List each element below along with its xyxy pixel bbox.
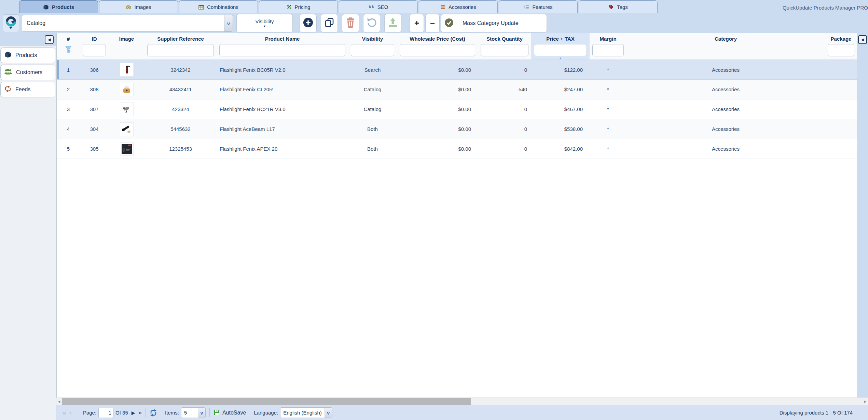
filter-supplier-reference-input[interactable]	[147, 44, 214, 56]
visibility-dropdown-button[interactable]: Visibility ▼	[236, 14, 293, 32]
cell-price-tax: $467.00	[531, 106, 590, 112]
filter-price-tax-input[interactable]	[534, 44, 587, 56]
column-header-image[interactable]: Image	[109, 33, 144, 59]
products-box-icon	[4, 51, 12, 59]
next-page-button[interactable]: ▶	[132, 410, 135, 416]
cell-wholesale-price: $0.00	[397, 67, 478, 73]
scroll-right-arrow[interactable]: ▶	[863, 398, 868, 405]
tab-tags[interactable]: Tags	[579, 0, 658, 13]
chevron-down-icon[interactable]: v	[198, 408, 205, 418]
category-combobox[interactable]: Catalog v	[22, 15, 233, 32]
column-header-wholesale-price[interactable]: Wholesale Price (Cost)	[397, 33, 478, 59]
filter-visibility-input[interactable]	[351, 44, 394, 56]
collapse-left-icon: ◀	[861, 38, 864, 42]
column-header-category[interactable]: Category	[626, 33, 825, 59]
product-thumbnail	[120, 122, 134, 136]
menu-lines-icon	[440, 5, 445, 9]
scrollbar-thumb[interactable]	[62, 398, 471, 405]
sidebar-item-customers[interactable]: Customers	[0, 65, 55, 80]
table-row[interactable]: 3 307 423324 Flashlight Fenix BC21R V3.0…	[57, 99, 857, 119]
tab-label: Images	[134, 4, 151, 10]
duplicate-product-button[interactable]	[321, 14, 338, 32]
mass-update-field[interactable]: Mass Category Update	[457, 20, 547, 26]
column-header-id[interactable]: ID	[80, 33, 109, 59]
cell-visibility: Both	[348, 126, 397, 132]
filter-id-input[interactable]	[83, 44, 106, 56]
cell-margin: *	[590, 126, 626, 132]
column-header-product-name[interactable]: Product Name	[217, 33, 348, 59]
filter-margin-input[interactable]	[592, 44, 624, 56]
columns-collapse-button[interactable]: ◀	[858, 35, 867, 44]
language-label: Language:	[254, 410, 278, 416]
tab-pricing[interactable]: Pricing	[259, 0, 338, 13]
table-row[interactable]: 2 308 43432411 Flashlight Fenix CL20R Ca…	[57, 80, 857, 99]
export-upload-button[interactable]	[384, 14, 401, 32]
cell-category: Accessories	[626, 106, 825, 112]
undo-button[interactable]	[363, 14, 380, 32]
refresh-icon	[150, 409, 157, 417]
column-header-supplier-reference[interactable]: Supplier Reference	[144, 33, 217, 59]
autosave-toggle[interactable]: AutoSave	[213, 409, 246, 416]
items-per-page-dropdown[interactable]: 5 v	[181, 407, 206, 418]
filter-funnel-icon[interactable]: x	[65, 46, 72, 55]
decrease-button[interactable]: −	[425, 14, 440, 32]
sidebar-item-feeds[interactable]: Feeds	[0, 82, 55, 97]
tab-products[interactable]: Products	[19, 0, 98, 13]
cell-product-name: Flashlight Fenix BC21R V3.0	[217, 106, 348, 112]
chevron-down-icon[interactable]: v	[224, 15, 233, 31]
cell-row-number: 5	[57, 146, 80, 152]
horizontal-scrollbar[interactable]: ◀ ▶	[56, 397, 868, 405]
tab-accessories[interactable]: Accessories	[419, 0, 498, 13]
cell-visibility: Search	[348, 67, 397, 73]
tab-seo[interactable]: SEO	[339, 0, 418, 13]
table-row[interactable]: 5 305 12325453 Flashlight Fenix APEX 20 …	[57, 139, 857, 159]
chevron-down-icon[interactable]: v	[325, 408, 332, 418]
delete-product-button[interactable]	[342, 14, 359, 32]
cell-margin: *	[590, 146, 626, 152]
last-page-button[interactable]: »	[139, 409, 142, 416]
products-box-icon	[43, 4, 49, 10]
sidebar-item-products[interactable]: Products	[0, 48, 55, 63]
filter-wholesale-price-input[interactable]	[400, 44, 475, 56]
tab-label: Tags	[617, 4, 628, 10]
tab-combinations[interactable]: Combinations	[179, 0, 258, 13]
column-header-margin[interactable]: Margin	[590, 33, 626, 59]
cell-wholesale-price: $0.00	[397, 146, 478, 152]
tab-strip: Products Images Combinations Pricing	[19, 0, 659, 13]
previous-page-button[interactable]: ‹	[70, 409, 72, 417]
increase-button[interactable]: +	[410, 14, 424, 32]
cell-row-number: 3	[57, 106, 80, 112]
filter-stock-quantity-input[interactable]	[481, 44, 528, 56]
column-header-package[interactable]: Package	[825, 33, 857, 59]
cell-product-name: Flashlight AceBeam L17	[217, 126, 348, 132]
apply-mass-update-button[interactable]	[441, 14, 457, 32]
right-panel-strip: ◀	[857, 33, 868, 397]
table-row[interactable]: 4 304 5445632 Flashlight AceBeam L17 Bot…	[57, 119, 857, 139]
language-dropdown[interactable]: English (English) v	[280, 407, 332, 418]
cell-category: Accessories	[626, 86, 825, 92]
cell-product-name: Flashlight Fenix APEX 20	[217, 146, 348, 152]
upload-icon	[388, 17, 398, 29]
add-product-button[interactable]	[300, 14, 317, 32]
table-row[interactable]: 1 306 3242342 Flashlight Fenix BC05R V2.…	[57, 60, 857, 80]
filter-product-name-input[interactable]	[219, 44, 345, 56]
column-header-num[interactable]: # x	[57, 33, 80, 59]
cell-product-name: Flashlight Fenix BC05R V2.0	[217, 67, 348, 73]
scroll-left-arrow[interactable]: ◀	[56, 398, 62, 405]
page-number-input[interactable]	[98, 408, 113, 418]
column-header-price-tax[interactable]: Price + TAX ▲	[531, 33, 590, 59]
tab-label: Pricing	[295, 4, 311, 10]
tab-images[interactable]: Images	[99, 0, 178, 13]
tag-icon	[608, 4, 614, 10]
column-header-stock-quantity[interactable]: Stock Quantity	[478, 33, 531, 59]
first-page-button[interactable]: «	[63, 409, 66, 417]
refresh-button[interactable]	[150, 409, 157, 417]
column-header-visibility[interactable]: Visibility	[348, 33, 397, 59]
sidebar-collapse-button[interactable]: ◀	[45, 35, 54, 44]
sort-ascending-icon: ▲	[559, 57, 562, 59]
cell-stock-quantity: 0	[478, 126, 531, 132]
filter-package-input[interactable]	[828, 44, 854, 56]
tab-features[interactable]: Features	[499, 0, 578, 13]
cell-wholesale-price: $0.00	[397, 126, 478, 132]
app-logo-button[interactable]	[3, 14, 19, 32]
